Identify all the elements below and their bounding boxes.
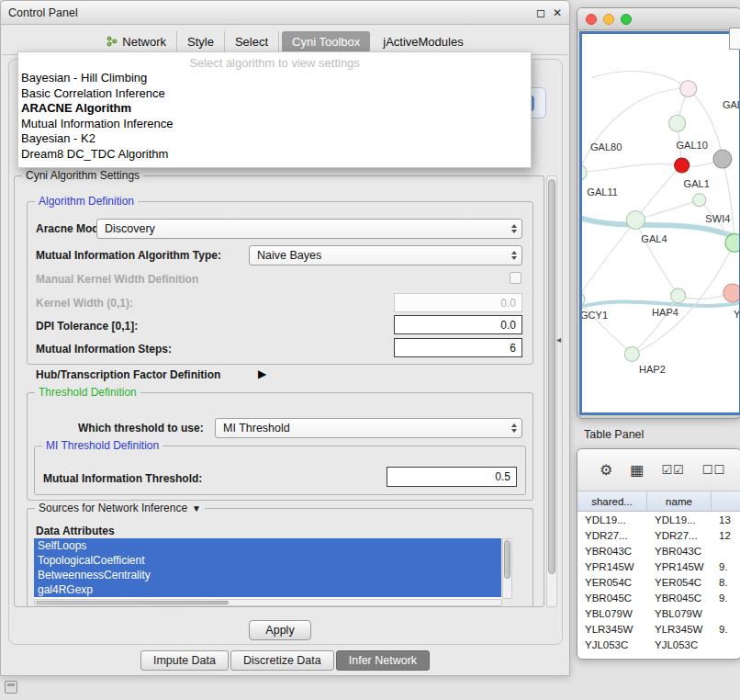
select-all-columns-icon[interactable]: ☑☑ — [661, 464, 684, 476]
network-node[interactable] — [723, 284, 739, 302]
table-row[interactable]: YDR27... YDR27... 12 — [577, 527, 740, 543]
close-icon[interactable]: ✕ — [553, 7, 562, 18]
algorithm-dropdown-popup: Select algorithm to view settings Bayesi… — [17, 51, 532, 168]
dpi-tolerance-field[interactable] — [394, 315, 522, 334]
settings-scrollbar-track[interactable] — [546, 175, 557, 607]
node-label-hap4: HAP4 — [652, 307, 678, 318]
network-node-labels: GAL80 GAL10 GAL11 GAL1 SWI4 GAL4 GCY1 HA… — [582, 99, 739, 375]
tab-infer-network[interactable]: Infer Network — [336, 650, 430, 671]
attributes-list-hscrollbar-track[interactable] — [34, 599, 502, 606]
attributes-list-vscrollbar-track[interactable] — [502, 538, 512, 599]
apply-button-label: Apply — [265, 624, 294, 637]
tab-discretize-data[interactable]: Discretize Data — [230, 650, 334, 671]
float-window-icon[interactable]: ◻ — [536, 7, 545, 18]
settings-scrollbar-thumb[interactable] — [548, 179, 555, 574]
table-row[interactable]: YLR345W YLR345W 9. — [577, 621, 740, 637]
network-canvas[interactable]: GAL80 GAL10 GAL11 GAL1 SWI4 GAL4 GCY1 HA… — [579, 31, 740, 415]
table-row[interactable]: YBR045C YBR045C 9. — [577, 590, 740, 605]
manual-kernel-width-checkbox[interactable] — [510, 272, 521, 284]
column-header-extra[interactable] — [712, 491, 740, 511]
column-header-name[interactable]: name — [647, 491, 712, 511]
tab-jactivemodules[interactable]: jActiveModules — [373, 31, 473, 52]
network-view-window: GAL80 GAL10 GAL11 GAL1 SWI4 GAL4 GCY1 HA… — [577, 7, 740, 419]
aracne-mode-combo[interactable]: Discovery — [96, 219, 522, 239]
apply-button[interactable]: Apply — [249, 620, 311, 640]
which-threshold-label: Which threshold to use: — [78, 422, 204, 435]
aracne-mode-value: Discovery — [105, 222, 155, 235]
network-node[interactable] — [713, 150, 732, 168]
list-item-betweennesscentrality[interactable]: BetweennessCentrality — [34, 568, 501, 582]
algorithm-option-basic-correlation[interactable]: Basic Correlation Inference — [18, 86, 531, 102]
network-node-swi4[interactable] — [725, 233, 739, 252]
data-attributes-list: SelfLoops TopologicalCoefficient Between… — [34, 538, 501, 599]
combo-arrows-icon — [511, 224, 517, 233]
mi-steps-field[interactable] — [394, 338, 522, 357]
list-item-selfloops[interactable]: SelfLoops — [34, 538, 501, 553]
mi-threshold-group-title: MI Threshold Definition — [42, 439, 163, 452]
network-node-hap2[interactable] — [624, 347, 639, 362]
close-traffic-light-icon[interactable] — [586, 14, 597, 25]
table-row[interactable]: YDL19... YDL19... 13 — [577, 512, 740, 527]
tab-impute-data-label: Impute Data — [153, 654, 216, 667]
cyni-algorithm-settings-title: Cyni Algorithm Settings — [22, 169, 143, 182]
table-row[interactable]: YPR145W YPR145W 9. — [577, 559, 740, 574]
table-panel-window: ⚙ ▦ ☑☑ ☐☐ shared... name YDL19... YDL19.… — [577, 448, 740, 660]
mi-algorithm-type-label: Mutual Information Algorithm Type: — [36, 249, 221, 262]
network-node[interactable] — [669, 115, 686, 131]
sources-collapse-arrow-icon[interactable]: ▼ — [192, 503, 201, 514]
network-toolbar-fragment[interactable] — [729, 28, 740, 50]
table-rows: YDL19... YDL19... 13 YDR27... YDR27... 1… — [577, 512, 740, 652]
kernel-width-field[interactable] — [394, 293, 522, 312]
mi-algorithm-type-combo[interactable]: Naive Bayes — [249, 245, 522, 265]
tab-style[interactable]: Style — [177, 31, 225, 52]
network-node-gal11[interactable] — [582, 164, 587, 181]
sources-group-title: Sources for Network Inference — [39, 502, 187, 514]
gear-icon[interactable]: ⚙ — [600, 463, 612, 478]
network-node-gal4[interactable] — [626, 211, 645, 230]
network-node[interactable] — [680, 81, 697, 97]
cell: 9. — [712, 561, 740, 572]
node-label-gal1: GAL1 — [684, 178, 710, 189]
list-item-gal4rgexp[interactable]: gal4RGexp — [34, 582, 501, 597]
network-node-gal10[interactable] — [675, 158, 690, 173]
minimize-traffic-light-icon[interactable] — [603, 14, 614, 25]
node-label-hap2: HAP2 — [639, 364, 666, 375]
combo-arrows-icon — [511, 423, 517, 433]
control-panel-tabbar: Network Style Select Cyni Toolbox jActiv… — [1, 28, 569, 54]
cell: YBR045C — [647, 593, 712, 604]
network-node-hap4[interactable] — [671, 288, 686, 303]
algorithm-option-aracne[interactable]: ARACNE Algorithm — [18, 101, 531, 117]
cell: YBR043C — [647, 546, 712, 557]
list-item-topologicalcoefficient[interactable]: TopologicalCoefficient — [34, 553, 501, 568]
node-label-gal80: GAL80 — [590, 141, 622, 152]
algorithm-option-bayesian-hill-climbing[interactable]: Bayesian - Hill Climbing — [18, 71, 531, 86]
algorithm-option-dream8[interactable]: Dream8 DC_TDC Algorithm — [18, 147, 531, 163]
mi-threshold-field[interactable] — [387, 467, 517, 487]
attributes-list-vscrollbar-thumb[interactable] — [504, 540, 510, 579]
attributes-list-hscrollbar-thumb[interactable] — [36, 601, 229, 604]
panel-collapse-arrow-icon[interactable]: ◂ — [556, 334, 561, 344]
which-threshold-combo[interactable]: MI Threshold — [215, 418, 522, 438]
algorithm-option-mutual-information[interactable]: Mutual Information Inference — [18, 117, 531, 132]
table-row[interactable]: YJL053C YJL053C — [577, 637, 740, 652]
tab-impute-data[interactable]: Impute Data — [140, 650, 229, 671]
cell: YBL079W — [577, 608, 647, 619]
zoom-traffic-light-icon[interactable] — [621, 14, 632, 25]
table-row[interactable]: YBL079W YBL079W — [577, 605, 740, 621]
cell: YBL079W — [647, 608, 712, 619]
column-header-shared-name[interactable]: shared... — [577, 491, 647, 511]
hub-expand-arrow-icon[interactable]: ▶ — [258, 367, 266, 380]
tab-network[interactable]: Network — [96, 31, 177, 52]
network-node-gal1[interactable] — [693, 194, 706, 207]
columns-icon[interactable]: ▦ — [630, 463, 644, 478]
table-row[interactable]: YBR043C YBR043C — [577, 543, 740, 559]
network-window-titlebar — [577, 8, 740, 30]
tab-select[interactable]: Select — [225, 31, 279, 52]
node-label-gal10: GAL10 — [676, 140, 707, 151]
cytopanel-dock-icon[interactable] — [5, 681, 17, 694]
unselect-all-columns-icon[interactable]: ☐☐ — [702, 464, 725, 476]
table-row[interactable]: YER054C YER054C 8. — [577, 574, 740, 590]
cell: YDL19... — [577, 514, 647, 525]
algorithm-option-bayesian-k2[interactable]: Bayesian - K2 — [18, 131, 531, 147]
tab-cyni-toolbox[interactable]: Cyni Toolbox — [282, 31, 370, 52]
